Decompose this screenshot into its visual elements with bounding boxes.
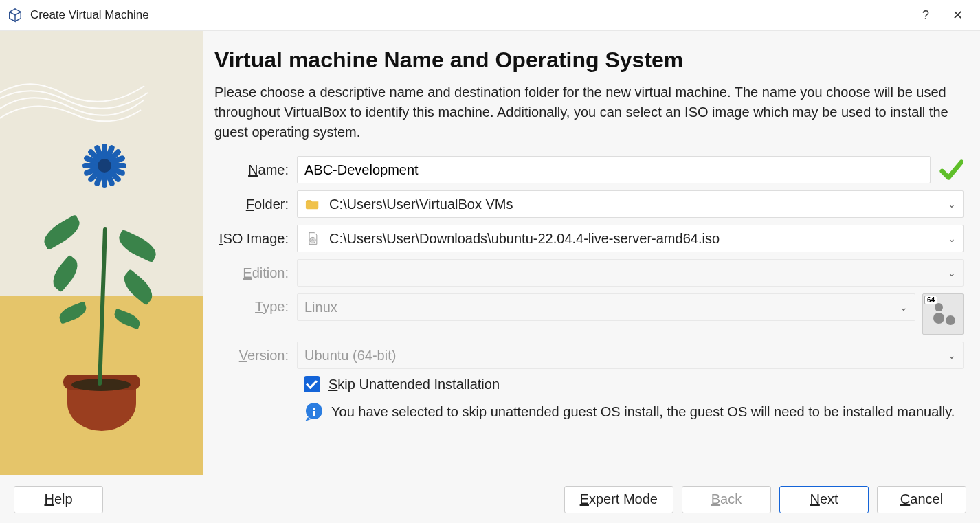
help-button-footer[interactable]: Help [14,486,103,513]
window-title: Create Virtual Machine [30,8,149,22]
svg-rect-3 [933,313,944,324]
edition-dropdown: ⌄ [297,259,964,287]
folder-value: C:\Users\User\VirtualBox VMs [329,197,513,212]
svg-point-1 [312,240,313,241]
label-folder: Folder: [214,197,297,212]
chevron-down-icon: ⌄ [942,267,956,278]
expert-mode-button[interactable]: Expert Mode [564,486,673,513]
svg-rect-4 [946,315,955,325]
label-type: Type: [214,293,297,315]
row-edition: Edition: ⌄ [214,259,964,287]
close-button[interactable]: ✕ [942,0,973,30]
row-name: Name: [214,156,964,183]
label-version: Version: [214,348,297,364]
version-value: Ubuntu (64-bit) [304,348,396,364]
iso-value: C:\Users\User\Downloads\ubuntu-22.04.4-l… [329,231,720,247]
row-folder: Folder: C:\Users\User\VirtualBox VMs ⌄ [214,190,964,218]
name-input[interactable] [304,162,923,178]
type-dropdown: Linux ⌄ [297,293,915,321]
chevron-down-icon: ⌄ [942,233,956,244]
page-description: Please choose a descriptive name and des… [214,82,957,142]
os-bits-badge: 64 [922,293,964,335]
label-name: Name: [214,162,297,178]
chevron-down-icon: ⌄ [942,199,956,210]
wizard-sidebar-illustration [0,31,203,475]
wizard-footer: Help Expert Mode Back Next Cancel [0,475,980,523]
wizard-content: Virtual machine Name and Operating Syste… [203,31,980,475]
name-input-wrapper [297,156,931,183]
skip-unattended-checkbox[interactable] [304,376,320,392]
back-button: Back [682,486,771,513]
folder-icon [304,196,321,212]
skip-unattended-label[interactable]: Skip Unattended Installation [328,377,500,392]
valid-checkmark-icon [939,157,964,182]
chevron-down-icon: ⌄ [942,350,956,361]
page-title: Virtual machine Name and Operating Syste… [214,47,964,73]
disc-file-icon [304,230,321,247]
row-skip-unattended: Skip Unattended Installation [304,376,964,392]
info-icon [304,402,324,423]
version-dropdown: Ubuntu (64-bit) ⌄ [297,342,964,369]
info-note: You have selected to skip unattended gue… [304,402,964,423]
chevron-down-icon: ⌄ [894,302,908,313]
virtualbox-cube-icon [7,7,23,23]
wizard-body: Virtual machine Name and Operating Syste… [0,30,980,475]
info-text: You have selected to skip unattended gue… [331,402,955,422]
folder-dropdown[interactable]: C:\Users\User\VirtualBox VMs ⌄ [297,190,964,218]
row-type: Type: Linux ⌄ 64 [214,293,964,335]
label-iso: ISO Image: [214,231,297,247]
title-bar: Create Virtual Machine ? ✕ [0,0,980,30]
next-button[interactable]: Next [779,486,869,513]
os-bits-text: 64 [924,296,937,304]
help-button[interactable]: ? [910,0,942,30]
iso-dropdown[interactable]: C:\Users\User\Downloads\ubuntu-22.04.4-l… [297,225,964,252]
row-version: Version: Ubuntu (64-bit) ⌄ [214,342,964,369]
type-value: Linux [304,300,337,315]
cancel-button[interactable]: Cancel [877,486,966,513]
label-edition: Edition: [214,265,297,281]
row-iso: ISO Image: C:\Users\User\Downloads\ubunt… [214,225,964,252]
